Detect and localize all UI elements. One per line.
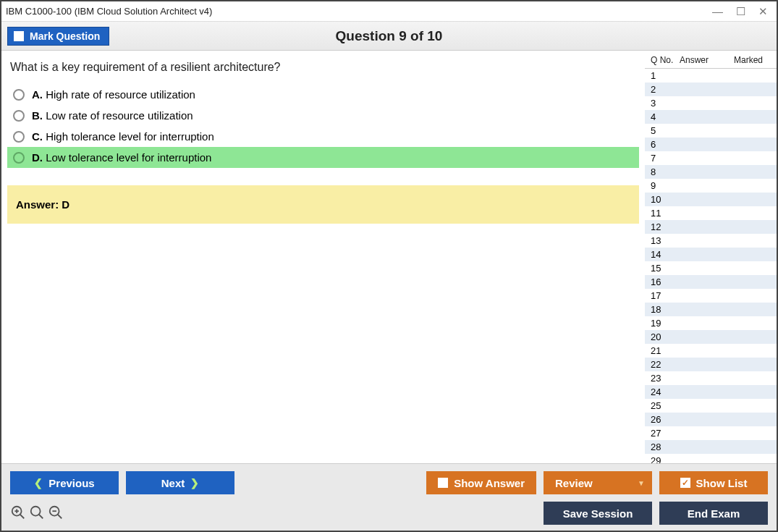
question-list-row[interactable]: 2 xyxy=(645,83,777,96)
close-icon[interactable]: ✕ xyxy=(758,5,768,18)
main-body: What is a key requirement of a resilient… xyxy=(1,51,777,463)
marked-cell xyxy=(723,358,771,371)
mark-question-button[interactable]: Mark Question xyxy=(7,27,109,46)
next-button[interactable]: Next ❯ xyxy=(126,471,234,494)
show-list-button[interactable]: ✓ Show List xyxy=(659,471,768,494)
question-list-row[interactable]: 17 xyxy=(645,289,777,303)
question-panel: What is a key requirement of a resilient… xyxy=(1,51,645,463)
question-list-row[interactable]: 29 xyxy=(645,454,777,463)
answer-cell xyxy=(680,193,723,206)
end-exam-button[interactable]: End Exam xyxy=(659,502,768,525)
answer-cell xyxy=(680,111,723,123)
show-answer-button[interactable]: Show Answer xyxy=(426,471,536,494)
answer-option[interactable]: D. Low tolerance level for interruption xyxy=(7,147,639,168)
answer-cell xyxy=(680,152,723,164)
zoom-out-icon[interactable] xyxy=(48,504,64,523)
question-list-row[interactable]: 23 xyxy=(645,371,777,385)
answer-cell xyxy=(680,221,723,233)
zoom-in-icon[interactable] xyxy=(10,504,26,523)
next-label: Next xyxy=(161,477,185,489)
radio-icon xyxy=(13,152,25,164)
app-window: IBM C1000-100 (IBM Cloud Solution Archit… xyxy=(0,0,778,532)
question-list-row[interactable]: 22 xyxy=(645,358,777,371)
maximize-icon[interactable]: ☐ xyxy=(736,5,745,18)
answer-cell xyxy=(680,400,723,412)
question-list-row[interactable]: 14 xyxy=(645,248,777,261)
question-list-row[interactable]: 28 xyxy=(645,440,777,454)
question-list-row[interactable]: 3 xyxy=(645,96,777,110)
question-list-row[interactable]: 5 xyxy=(645,124,777,138)
answer-cell xyxy=(680,262,723,274)
question-list-header: Q No. Answer Marked xyxy=(645,54,777,69)
question-list-scroll[interactable]: 1234567891011121314151617181920212223242… xyxy=(645,69,777,463)
question-list-row[interactable]: 15 xyxy=(645,261,777,275)
checkbox-checked-icon: ✓ xyxy=(680,478,690,488)
answer-option[interactable]: B. Low rate of resource utilization xyxy=(7,105,639,126)
question-list-row[interactable]: 25 xyxy=(645,399,777,413)
marked-cell xyxy=(723,97,771,109)
marked-cell xyxy=(723,69,771,82)
question-list-row[interactable]: 6 xyxy=(645,138,777,151)
previous-button[interactable]: ❮ Previous xyxy=(10,471,119,494)
answer-cell xyxy=(680,124,723,137)
qno-cell: 25 xyxy=(651,400,680,412)
marked-cell xyxy=(723,441,771,453)
question-list-row[interactable]: 27 xyxy=(645,426,777,440)
qno-cell: 9 xyxy=(651,180,680,192)
qno-cell: 13 xyxy=(651,235,680,247)
marked-cell xyxy=(723,83,771,96)
question-list-row[interactable]: 26 xyxy=(645,413,777,426)
answer-cell xyxy=(680,180,723,192)
question-list-row[interactable]: 11 xyxy=(645,206,777,220)
question-list-row[interactable]: 7 xyxy=(645,151,777,165)
qno-cell: 16 xyxy=(651,276,680,288)
question-list-row[interactable]: 18 xyxy=(645,303,777,316)
marked-cell xyxy=(723,276,771,288)
question-list-row[interactable]: 8 xyxy=(645,165,777,179)
question-list-row[interactable]: 1 xyxy=(645,69,777,83)
marked-cell xyxy=(723,427,771,439)
checkbox-icon xyxy=(438,478,448,488)
answer-cell xyxy=(680,235,723,247)
answer-cell xyxy=(680,138,723,151)
option-label: D. Low tolerance level for interruption xyxy=(32,151,211,164)
question-list-row[interactable]: 13 xyxy=(645,234,777,248)
answer-cell xyxy=(680,441,723,453)
question-list-row[interactable]: 24 xyxy=(645,385,777,399)
question-list-row[interactable]: 12 xyxy=(645,220,777,234)
review-dropdown[interactable]: Review ▼ xyxy=(544,471,652,494)
checkbox-icon xyxy=(14,31,24,41)
marked-cell xyxy=(723,248,771,261)
qno-cell: 26 xyxy=(651,413,680,426)
question-list-row[interactable]: 19 xyxy=(645,316,777,330)
zoom-icon[interactable] xyxy=(29,504,45,523)
question-list-row[interactable]: 4 xyxy=(645,110,777,124)
answer-option[interactable]: A. High rate of resource utilization xyxy=(7,84,639,105)
window-title: IBM C1000-100 (IBM Cloud Solution Archit… xyxy=(6,6,712,17)
qno-cell: 8 xyxy=(651,166,680,178)
qno-cell: 19 xyxy=(651,317,680,329)
minimize-icon[interactable]: — xyxy=(712,5,723,18)
save-session-button[interactable]: Save Session xyxy=(544,502,652,525)
marked-cell xyxy=(723,180,771,192)
answer-cell xyxy=(680,166,723,178)
question-list-row[interactable]: 10 xyxy=(645,193,777,206)
answer-cell xyxy=(680,303,723,316)
mark-question-label: Mark Question xyxy=(30,30,100,42)
footer: ❮ Previous Next ❯ Show Answer Review ▼ ✓… xyxy=(1,463,777,531)
qno-cell: 4 xyxy=(651,111,680,123)
answer-option[interactable]: C. High tolerance level for interruption xyxy=(7,126,639,147)
svg-line-1 xyxy=(20,514,25,518)
question-list-row[interactable]: 16 xyxy=(645,275,777,289)
marked-cell xyxy=(723,372,771,384)
question-list-row[interactable]: 20 xyxy=(645,330,777,344)
footer-row-main: ❮ Previous Next ❯ Show Answer Review ▼ ✓… xyxy=(10,471,768,494)
question-list-row[interactable]: 21 xyxy=(645,344,777,358)
answer-cell xyxy=(680,317,723,329)
qno-cell: 18 xyxy=(651,303,680,316)
question-list-row[interactable]: 9 xyxy=(645,179,777,193)
answer-cell xyxy=(680,331,723,343)
answer-box: Answer: D xyxy=(7,185,639,224)
qno-cell: 12 xyxy=(651,221,680,233)
marked-cell xyxy=(723,317,771,329)
